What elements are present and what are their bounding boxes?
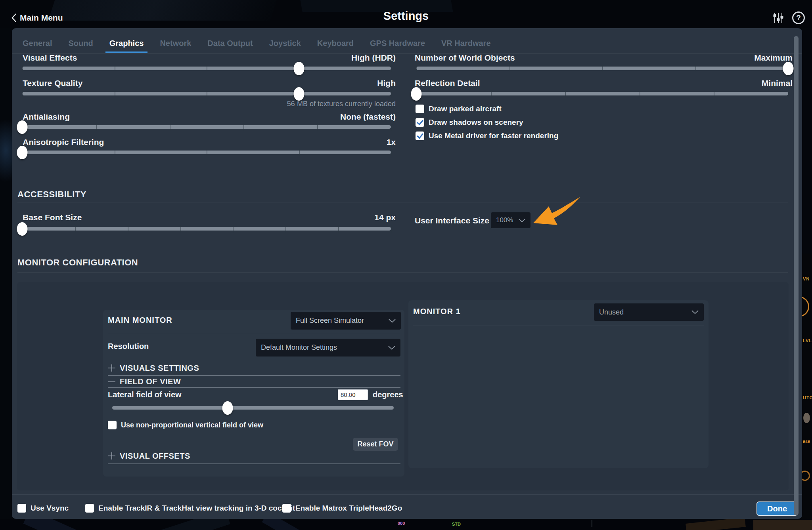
- slider-thumb[interactable]: [17, 120, 28, 134]
- done-button[interactable]: Done: [756, 501, 798, 516]
- visuals-settings-toggle[interactable]: VISUALS SETTINGS: [120, 364, 199, 373]
- texture-quality-value: High: [23, 78, 396, 88]
- checkbox-label: Enable Matrox TripleHead2Go: [295, 504, 402, 513]
- ui-size-label: User Interface Size: [415, 216, 489, 225]
- base-font-size-value: 14 px: [23, 213, 396, 222]
- tab-bar: General Sound Graphics Network Data Outp…: [23, 39, 491, 48]
- tab-vr-hardware[interactable]: VR Hardware: [441, 39, 491, 48]
- help-glyph: ?: [796, 13, 801, 22]
- tab-graphics[interactable]: Graphics: [109, 39, 144, 48]
- tab-sound[interactable]: Sound: [68, 39, 93, 48]
- slider-thumb[interactable]: [17, 222, 28, 236]
- field-of-view-toggle[interactable]: FIELD OF VIEW: [120, 377, 181, 386]
- visual-offsets-toggle[interactable]: VISUAL OFFSETS: [120, 452, 190, 461]
- main-monitor-mode-dropdown[interactable]: Full Screen Simulator: [291, 312, 401, 330]
- reflection-detail-slider[interactable]: [416, 92, 788, 95]
- draw-parked-aircraft-row: Draw parked aircraft: [416, 105, 502, 113]
- trackir-checkbox[interactable]: [85, 504, 94, 513]
- ui-size-dropdown[interactable]: 100%: [491, 212, 530, 228]
- pfd-text-fragment: STD: [452, 522, 461, 526]
- lateral-fov-unit: degrees: [373, 390, 403, 399]
- pfd-text-fragment: 000: [398, 521, 405, 526]
- matrox-checkbox[interactable]: [282, 504, 291, 513]
- anisotropic-filtering-slider[interactable]: [22, 151, 391, 154]
- draw-shadows-checkbox[interactable]: [416, 118, 424, 127]
- checkbox-label: Draw parked aircraft: [429, 105, 502, 113]
- background-cockpit-bottom: 000 STD: [0, 519, 812, 530]
- monitor-1-dropdown[interactable]: Unused: [594, 303, 704, 321]
- monitor-1-value: Unused: [599, 308, 624, 316]
- background-shape: [142, 519, 230, 530]
- lateral-fov-label: Lateral field of view: [108, 390, 182, 399]
- cockpit-text-fragment: ESE: [803, 440, 810, 444]
- antialiasing-value: None (fastest): [23, 112, 396, 122]
- metal-driver-checkbox[interactable]: [416, 132, 424, 140]
- slider-thumb[interactable]: [222, 401, 233, 415]
- accessibility-divider: [17, 202, 788, 202]
- use-vsync-checkbox[interactable]: [17, 504, 26, 513]
- cockpit-knob: [803, 413, 810, 423]
- trackir-row: Enable TrackIR & TrackHat view tracking …: [85, 504, 295, 513]
- non-proportional-fov-checkbox[interactable]: [108, 421, 117, 429]
- world-objects-slider[interactable]: [416, 67, 788, 70]
- monitor-1-title: MONITOR 1: [413, 307, 461, 316]
- anisotropic-filtering-value: 1x: [23, 137, 396, 147]
- checkbox-label: Use Metal driver for faster rendering: [429, 132, 558, 140]
- panel-scrollbar[interactable]: [794, 36, 799, 515]
- slider-thumb[interactable]: [293, 62, 304, 75]
- monitor-configuration-divider: [17, 272, 788, 273]
- slider-thumb[interactable]: [783, 62, 794, 75]
- tab-keyboard[interactable]: Keyboard: [317, 39, 354, 48]
- slider-thumb[interactable]: [293, 87, 304, 101]
- collapse-icon: [108, 378, 115, 385]
- main-monitor-title: MAIN MONITOR: [108, 316, 172, 325]
- tab-joystick[interactable]: Joystick: [269, 39, 301, 48]
- ui-size-value: 100%: [496, 216, 513, 224]
- base-font-size-slider[interactable]: [22, 227, 391, 231]
- section-underline: [108, 387, 400, 388]
- card-divider: [413, 326, 704, 326]
- background-shape: [592, 520, 592, 527]
- chevron-down-icon: [389, 319, 396, 323]
- expand-icon: [108, 452, 115, 459]
- antialiasing-slider[interactable]: [22, 125, 391, 129]
- checkbox-label: Enable TrackIR & TrackHat view tracking …: [98, 504, 295, 513]
- lateral-fov-input[interactable]: [338, 389, 368, 400]
- texture-loaded-caption: 56 MB of textures currently loaded: [23, 100, 396, 108]
- resolution-label: Resolution: [108, 342, 149, 351]
- tab-network[interactable]: Network: [160, 39, 191, 48]
- tab-general[interactable]: General: [23, 39, 52, 48]
- background-shape: [686, 519, 746, 530]
- accessibility-heading: ACCESSIBILITY: [17, 189, 86, 200]
- main-monitor-mode-value: Full Screen Simulator: [296, 316, 364, 325]
- reset-fov-button[interactable]: Reset FOV: [353, 438, 398, 451]
- visual-effects-value: High (HDR): [23, 53, 396, 63]
- slider-thumb[interactable]: [411, 87, 422, 101]
- resolution-dropdown[interactable]: Default Monitor Settings: [256, 339, 400, 357]
- chevron-down-icon: [691, 310, 699, 314]
- checkbox-label: Use Vsync: [31, 504, 69, 513]
- card-divider: [108, 334, 400, 334]
- tab-data-output[interactable]: Data Output: [207, 39, 253, 48]
- filters-sliders-icon[interactable]: [772, 11, 785, 25]
- metal-driver-row: Use Metal driver for faster rendering: [416, 132, 558, 140]
- chevron-down-icon: [388, 346, 395, 350]
- visual-effects-slider[interactable]: [22, 67, 391, 70]
- world-objects-value: Maximum: [415, 53, 793, 63]
- help-icon[interactable]: ?: [792, 11, 805, 24]
- page-title: Settings: [0, 10, 812, 23]
- texture-quality-slider[interactable]: [22, 92, 391, 95]
- top-bar: Main Menu Settings ?: [0, 0, 812, 28]
- chevron-down-icon: [519, 219, 525, 222]
- tab-gps-hardware[interactable]: GPS Hardware: [370, 39, 425, 48]
- cockpit-text-fragment: UTO: [803, 395, 812, 400]
- draw-parked-aircraft-checkbox[interactable]: [416, 105, 424, 113]
- slider-thumb[interactable]: [17, 146, 28, 159]
- background-cockpit-strip: VN LVL UTO ESE: [802, 254, 812, 530]
- lateral-fov-slider[interactable]: [112, 406, 394, 410]
- non-proportional-fov-row: Use non-proportional vertical field of v…: [108, 421, 263, 429]
- footer-divider: [12, 494, 802, 495]
- expand-icon: [108, 364, 115, 372]
- monitor-configuration-heading: MONITOR CONFIGURATION: [17, 257, 138, 268]
- screen: VN LVL UTO ESE 000 STD Main Menu Setting…: [0, 0, 812, 530]
